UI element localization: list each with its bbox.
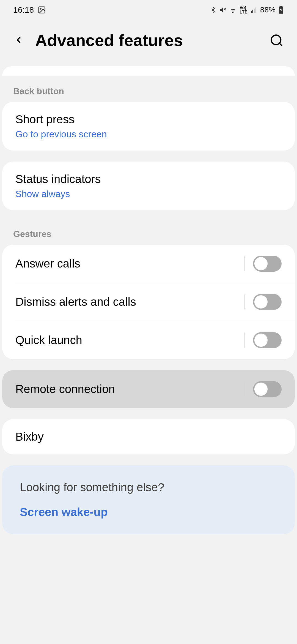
svg-point-11 (271, 35, 281, 45)
short-press-title: Short press (15, 113, 282, 126)
status-indicators-sub: Show always (15, 189, 282, 199)
row-quick-launch[interactable]: Quick launch (2, 321, 295, 359)
svg-rect-5 (251, 11, 252, 13)
svg-point-4 (233, 12, 233, 13)
vertical-divider (244, 256, 245, 271)
card-bixby: Bixby (2, 419, 295, 454)
vertical-divider (244, 333, 245, 348)
wifi-icon (229, 6, 237, 14)
suggestion-link-screen-wakeup[interactable]: Screen wake-up (20, 506, 277, 519)
vertical-divider (244, 382, 245, 397)
image-icon (38, 6, 46, 14)
card-remote-connection: Remote connection (2, 370, 295, 408)
bluetooth-icon (210, 7, 216, 13)
svg-line-12 (279, 43, 282, 46)
status-left: 16:18 (13, 5, 46, 15)
page-title: Advanced features (35, 31, 258, 50)
card-top-strip (2, 66, 295, 76)
signal-icon (250, 6, 257, 13)
row-dismiss-alerts[interactable]: Dismiss alerts and calls (2, 283, 295, 321)
back-button[interactable] (13, 33, 24, 48)
status-bar: 16:18 Vo)LTE 88% (0, 0, 297, 20)
svg-rect-6 (252, 10, 253, 13)
page-header: Advanced features (0, 20, 297, 66)
suggestion-card: Looking for something else? Screen wake-… (2, 465, 295, 534)
battery-percent: 88% (260, 6, 276, 14)
svg-rect-8 (255, 7, 256, 13)
svg-rect-7 (254, 9, 255, 13)
section-gestures: Gestures (0, 221, 297, 245)
battery-charging-icon (278, 6, 284, 14)
mute-icon (219, 6, 226, 13)
row-remote-connection[interactable]: Remote connection (2, 370, 295, 408)
card-status-indicators: Status indicators Show always (2, 162, 295, 210)
section-back-button: Back button (0, 78, 297, 102)
remote-connection-title: Remote connection (15, 383, 244, 396)
quick-launch-toggle[interactable] (253, 332, 282, 348)
row-status-indicators[interactable]: Status indicators Show always (2, 162, 295, 210)
svg-point-1 (40, 8, 41, 9)
short-press-sub: Go to previous screen (15, 129, 282, 140)
dismiss-alerts-title: Dismiss alerts and calls (15, 295, 244, 309)
volte-icon: Vo)LTE (240, 6, 248, 14)
status-right: Vo)LTE 88% (210, 6, 284, 14)
answer-calls-toggle[interactable] (253, 256, 282, 272)
status-indicators-title: Status indicators (15, 173, 282, 186)
suggestion-heading: Looking for something else? (20, 481, 277, 494)
search-button[interactable] (270, 33, 284, 48)
card-gestures: Answer calls Dismiss alerts and calls Qu… (2, 245, 295, 359)
vertical-divider (244, 294, 245, 309)
bixby-title: Bixby (15, 430, 282, 443)
row-bixby[interactable]: Bixby (2, 419, 295, 454)
svg-rect-10 (280, 6, 282, 7)
remote-connection-toggle[interactable] (253, 381, 282, 397)
row-answer-calls[interactable]: Answer calls (2, 245, 295, 283)
row-short-press[interactable]: Short press Go to previous screen (2, 102, 295, 151)
answer-calls-title: Answer calls (15, 257, 244, 270)
quick-launch-title: Quick launch (15, 334, 244, 347)
dismiss-alerts-toggle[interactable] (253, 294, 282, 310)
status-time: 16:18 (13, 5, 34, 15)
card-short-press: Short press Go to previous screen (2, 102, 295, 151)
